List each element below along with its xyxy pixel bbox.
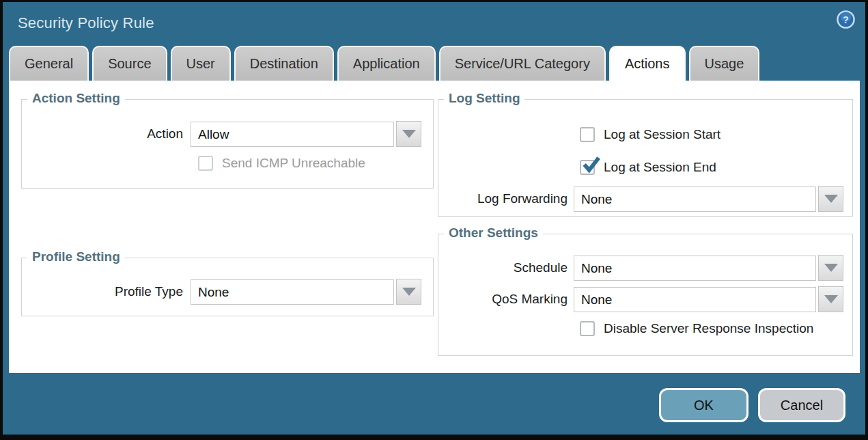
action-setting-legend: Action Setting <box>27 91 125 106</box>
tab-actions[interactable]: Actions <box>609 46 686 81</box>
tab-bar: General Source User Destination Applicat… <box>9 46 759 81</box>
chevron-down-icon <box>824 295 838 303</box>
chevron-down-icon <box>824 195 838 203</box>
log-forwarding-dropdown-button[interactable] <box>818 186 843 212</box>
qos-marking-dropdown-value[interactable]: None <box>574 287 816 312</box>
svg-text:?: ? <box>843 14 849 25</box>
tab-source[interactable]: Source <box>92 46 167 81</box>
chevron-down-icon <box>824 264 838 272</box>
tab-user[interactable]: User <box>171 46 231 81</box>
tab-usage[interactable]: Usage <box>689 46 760 81</box>
actions-tab-panel: Action Setting Action Allow Send ICMP Un… <box>9 81 860 373</box>
log-at-session-start-label: Log at Session Start <box>604 127 720 142</box>
tab-application[interactable]: Application <box>337 46 436 81</box>
send-icmp-unreachable-checkbox[interactable] <box>198 156 213 171</box>
profile-setting-group: Profile Setting Profile Type None <box>21 258 434 316</box>
cancel-button[interactable]: Cancel <box>758 388 845 422</box>
schedule-dropdown-value[interactable]: None <box>574 256 816 281</box>
other-settings-group: Other Settings Schedule None QoS Marking… <box>438 234 853 356</box>
schedule-dropdown: None <box>574 255 843 281</box>
checkmark-icon <box>581 156 600 175</box>
schedule-label: Schedule <box>438 260 574 275</box>
log-at-session-end-label: Log at Session End <box>604 160 716 175</box>
qos-marking-dropdown: None <box>574 286 843 312</box>
other-settings-legend: Other Settings <box>444 225 543 240</box>
tab-service-url-category[interactable]: Service/URL Category <box>439 46 606 81</box>
profile-type-dropdown-button[interactable] <box>396 279 421 305</box>
log-forwarding-dropdown: None <box>574 186 843 212</box>
log-setting-group: Log Setting Log at Session Start Log at … <box>438 99 853 217</box>
tab-destination[interactable]: Destination <box>234 46 334 81</box>
log-setting-legend: Log Setting <box>444 91 524 106</box>
dialog-frame: Security Policy Rule ? General Source Us… <box>0 0 868 440</box>
log-forwarding-label: Log Forwarding <box>438 191 574 206</box>
log-at-session-end-checkbox[interactable] <box>580 160 595 175</box>
action-dropdown-value[interactable]: Allow <box>191 122 394 147</box>
schedule-dropdown-button[interactable] <box>818 255 843 281</box>
log-forwarding-dropdown-value[interactable]: None <box>574 187 816 212</box>
action-dropdown-button[interactable] <box>396 121 421 147</box>
send-icmp-unreachable-label: Send ICMP Unreachable <box>222 156 365 171</box>
security-policy-rule-dialog: Security Policy Rule ? General Source Us… <box>3 2 865 435</box>
profile-type-label: Profile Type <box>22 284 191 299</box>
action-label: Action <box>22 126 191 141</box>
help-icon[interactable]: ? <box>837 10 855 29</box>
disable-server-response-inspection-label: Disable Server Response Inspection <box>604 321 813 336</box>
qos-marking-dropdown-button[interactable] <box>818 286 843 312</box>
profile-type-dropdown-value[interactable]: None <box>191 279 394 305</box>
chevron-down-icon <box>402 288 416 296</box>
ok-button[interactable]: OK <box>659 388 748 422</box>
tab-general[interactable]: General <box>9 46 89 81</box>
profile-setting-legend: Profile Setting <box>27 249 125 264</box>
action-dropdown: Allow <box>191 121 421 147</box>
log-at-session-start-checkbox[interactable] <box>580 127 595 142</box>
qos-marking-label: QoS Marking <box>438 292 574 307</box>
action-setting-group: Action Setting Action Allow Send ICMP Un… <box>21 99 434 189</box>
disable-server-response-inspection-checkbox[interactable] <box>580 321 595 336</box>
chevron-down-icon <box>402 130 416 138</box>
profile-type-dropdown: None <box>191 279 421 305</box>
dialog-title: Security Policy Rule <box>18 14 154 32</box>
